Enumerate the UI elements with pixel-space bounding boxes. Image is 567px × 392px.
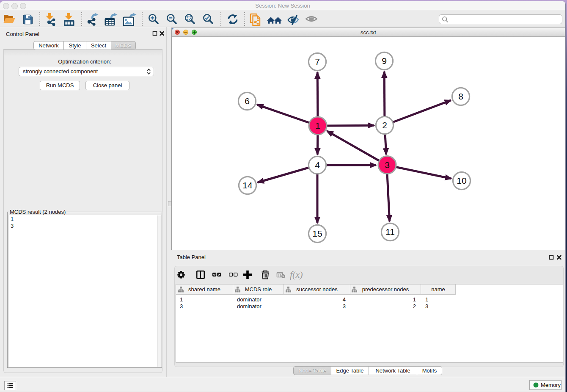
svg-text:4: 4	[315, 160, 320, 170]
svg-text:3: 3	[385, 160, 390, 170]
svg-text:7: 7	[315, 57, 320, 66]
svg-text:15: 15	[312, 229, 322, 238]
svg-text:1: 1	[315, 121, 320, 130]
svg-text:6: 6	[245, 96, 250, 106]
svg-text:10: 10	[457, 176, 466, 185]
svg-text:8: 8	[458, 91, 463, 101]
svg-text:11: 11	[385, 227, 395, 237]
svg-text:2: 2	[382, 120, 387, 130]
svg-text:14: 14	[242, 180, 253, 190]
svg-text:f(x): f(x)	[290, 269, 303, 280]
svg-text:9: 9	[382, 56, 387, 66]
